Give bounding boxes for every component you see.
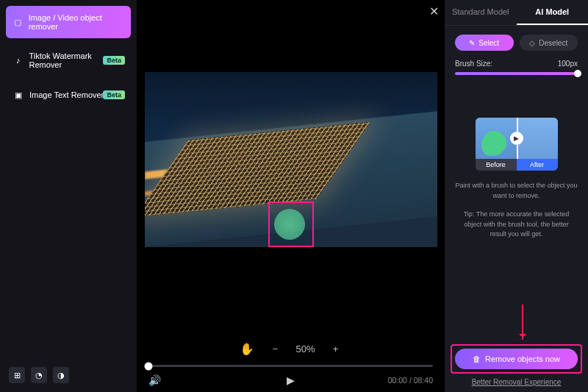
taskbar-app-icon[interactable]: ◔	[31, 367, 47, 383]
after-label: After	[517, 159, 558, 171]
help-tip: Tip: The more accurate the selected obje…	[445, 205, 588, 244]
play-button[interactable]: ▶	[287, 374, 295, 386]
help-text: Paint with a brush to select the object …	[445, 177, 588, 205]
annotation-arrow	[522, 304, 523, 340]
sidebar-item-label: Image Text Remover	[29, 90, 104, 99]
pan-hand-icon[interactable]: ✋	[240, 342, 254, 356]
timeline-scrubber[interactable]	[148, 365, 433, 367]
annotation-highlight-cta: 🗑 Remove objects now	[451, 344, 582, 374]
image-text-icon: ▣	[13, 90, 24, 100]
brush-size-label: Brush Size:	[455, 60, 492, 68]
sidebar-item-label: Image / Video object remover	[29, 13, 123, 31]
right-panel: Standard Model AI Model ✎ Select ◇ Desel…	[445, 0, 588, 392]
zoom-controls: ✋ − 50% +	[137, 342, 445, 356]
editor-canvas: ✕ ✋ − 50% + 🔊 ▶ 00:00 / 08:40	[137, 0, 445, 392]
taskbar-app-icon[interactable]: ◑	[53, 367, 69, 383]
sidebar-item-object-remover[interactable]: ▢ Image / Video object remover	[6, 6, 131, 38]
video-icon: ▢	[13, 17, 23, 27]
remove-objects-button[interactable]: 🗑 Remove objects now	[455, 349, 578, 369]
preview-play-icon[interactable]: ▶	[510, 132, 523, 145]
zoom-in-button[interactable]: +	[330, 343, 342, 354]
slider-handle[interactable]	[574, 70, 581, 77]
zoom-out-button[interactable]: −	[269, 343, 281, 354]
before-after-preview[interactable]: ▶ Before After	[476, 118, 558, 171]
brush-size-value: 100px	[558, 60, 578, 68]
deselect-tool-button[interactable]: ◇ Deselect	[520, 35, 578, 51]
sidebar-item-tiktok-remover[interactable]: ♪ Tiktok Watermark Remover Beta	[6, 44, 131, 76]
annotation-highlight	[268, 202, 314, 247]
sidebar: ▢ Image / Video object remover ♪ Tiktok …	[0, 0, 137, 392]
taskbar-windows-icon[interactable]: ⊞	[9, 367, 25, 383]
tab-standard-model[interactable]: Standard Model	[445, 0, 517, 25]
time-display: 00:00 / 08:40	[388, 376, 433, 385]
zoom-value: 50%	[295, 343, 315, 354]
player-controls: 🔊 ▶ 00:00 / 08:40	[137, 367, 445, 392]
eraser-icon: ◇	[529, 39, 535, 47]
taskbar: ⊞ ◔ ◑	[6, 364, 131, 386]
sidebar-item-text-remover[interactable]: ▣ Image Text Remover Beta	[6, 82, 131, 107]
brush-size-slider[interactable]	[455, 72, 578, 75]
select-tool-button[interactable]: ✎ Select	[455, 35, 514, 51]
canvas-area[interactable]	[137, 0, 445, 318]
better-removal-link[interactable]: Better Removal Experience	[445, 378, 588, 386]
trash-icon: 🗑	[473, 354, 481, 363]
model-tabs: Standard Model AI Model	[445, 0, 588, 26]
brush-icon: ✎	[469, 39, 475, 47]
beta-badge: Beta	[103, 90, 125, 99]
video-frame	[145, 72, 437, 247]
sample-object-icon	[481, 131, 506, 156]
volume-icon[interactable]: 🔊	[148, 374, 161, 386]
scrubber-handle[interactable]	[145, 362, 153, 370]
tab-ai-model[interactable]: AI Model	[517, 0, 589, 25]
beta-badge: Beta	[103, 56, 125, 65]
tiktok-icon: ♪	[13, 55, 24, 65]
before-label: Before	[476, 159, 517, 171]
